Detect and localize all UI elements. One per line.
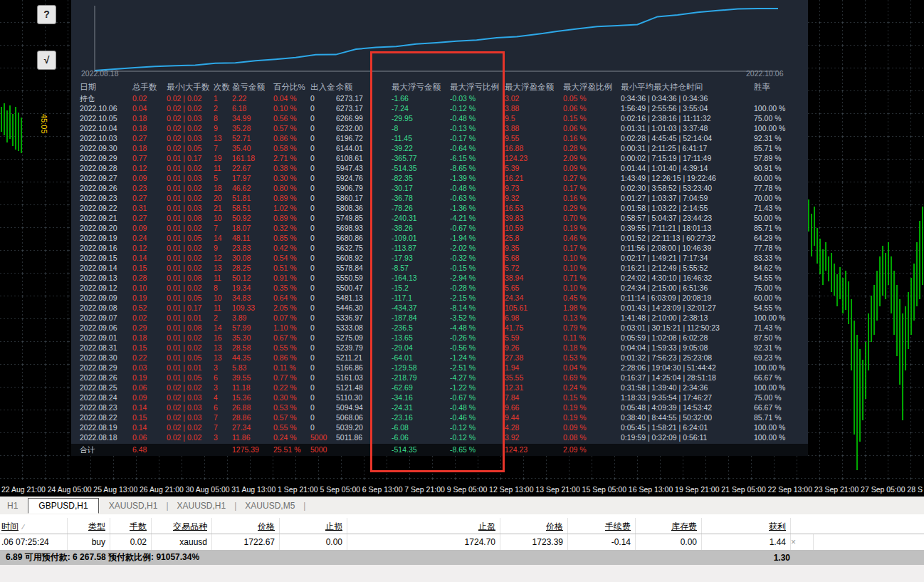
- stats-cell: 10: [214, 293, 232, 303]
- stats-cell: 5000: [310, 432, 336, 442]
- close-position-icon[interactable]: ×: [791, 534, 814, 550]
- table-row[interactable]: 2022.10.030.270.02 | 0.031352.710.86 %06…: [71, 133, 808, 143]
- stats-cell: 0.28 %: [563, 143, 621, 153]
- table-row[interactable]: 2022.09.070.020.01 | 0.0123.890.07 %0533…: [71, 313, 808, 323]
- table-row[interactable]: 2022.09.280.120.01 | 0.021122.670.38 %05…: [71, 163, 808, 173]
- trade-column-header[interactable]: 手数: [110, 518, 152, 534]
- stats-cell: 16.21: [505, 173, 563, 183]
- stats-cell: 0:01:44 | 1:01:40 | 4:39:14: [621, 163, 754, 173]
- check-button[interactable]: √: [37, 51, 56, 70]
- stats-cell: 0.71 %: [563, 273, 621, 283]
- trade-column-header[interactable]: 价格: [500, 518, 568, 534]
- stats-cell: 5680.86: [336, 233, 392, 243]
- table-row[interactable]: 2022.09.090.190.01 | 0.051034.830.64 %05…: [71, 293, 808, 303]
- stats-cell: 0: [310, 113, 336, 123]
- table-row[interactable]: 2022.08.300.220.01 | 0.051344.350.86 %05…: [71, 353, 808, 363]
- stats-cell: 0.27 %: [563, 173, 621, 183]
- table-row[interactable]: 2022.08.310.150.01 | 0.021328.580.55 %05…: [71, 343, 808, 353]
- table-row[interactable]: 2022.09.130.280.01 | 0.081150.120.91 %05…: [71, 273, 808, 283]
- stats-cell: 5947.43: [336, 163, 392, 173]
- table-row[interactable]: 2022.08.250.060.02 | 0.02311.180.22 %051…: [71, 383, 808, 393]
- stats-cell: -2.51 %: [450, 363, 505, 373]
- stats-cell: 1275.39: [232, 444, 273, 456]
- table-row[interactable]: 2022.09.270.090.01 | 0.03517.970.30 %059…: [71, 173, 808, 183]
- trade-column-header[interactable]: 获利: [702, 518, 791, 534]
- chart-tab-h1[interactable]: H1: [0, 499, 25, 513]
- stats-cell: 0: [310, 283, 336, 293]
- trade-column-header[interactable]: 库存费: [636, 518, 702, 534]
- table-row[interactable]: 2022.10.050.180.02 | 0.03834.990.56 %062…: [71, 113, 808, 123]
- table-row[interactable]: 2022.09.220.310.01 | 0.032158.511.02 %05…: [71, 203, 808, 213]
- table-row[interactable]: 2022.09.150.140.01 | 0.021230.080.54 %05…: [71, 253, 808, 263]
- stats-cell: -2.02 %: [450, 243, 505, 253]
- total-profit: 1.30: [755, 553, 790, 563]
- stats-cell: 16.88: [505, 143, 563, 153]
- stats-cell: 57.89 %: [754, 153, 802, 163]
- table-row[interactable]: 2022.08.240.090.02 | 0.03415.360.30 %051…: [71, 393, 808, 402]
- table-row[interactable]: 2022.09.300.180.02 | 0.05735.400.58 %061…: [71, 143, 808, 153]
- stats-cell: 0.10 %: [273, 103, 310, 113]
- trade-cell: 1.44: [702, 534, 791, 550]
- table-row[interactable]: 2022.09.200.090.01 | 0.02718.070.32 %056…: [71, 223, 808, 233]
- table-row[interactable]: 2022.09.060.290.01 | 0.081457.991.10 %05…: [71, 323, 808, 333]
- table-row[interactable]: 2022.10.060.040.02 | 0.0226.180.10 %0627…: [71, 103, 808, 113]
- table-row[interactable]: 2022.08.260.190.01 | 0.05639.550.77 %051…: [71, 373, 808, 383]
- trade-column-header[interactable]: 价格: [212, 518, 280, 534]
- table-row[interactable]: 2022.10.040.180.02 | 0.02935.280.57 %062…: [71, 123, 808, 133]
- stats-cell: 14: [214, 323, 232, 333]
- stats-cell: 0.02 | 0.03: [167, 402, 214, 412]
- table-row[interactable]: 2022.09.010.180.01 | 0.021635.300.67 %05…: [71, 333, 808, 343]
- trade-column-header[interactable]: 手续费: [568, 518, 636, 534]
- table-row[interactable]: 2022.08.220.150.02 | 0.03728.860.57 %050…: [71, 412, 808, 422]
- table-row[interactable]: 2022.09.260.230.01 | 0.021846.620.80 %05…: [71, 183, 808, 193]
- stats-column-header: 最小平均最大持仓时间: [621, 81, 754, 93]
- stats-cell: 0.01 | 0.02: [167, 243, 214, 253]
- chart-tab-xauusd-m5[interactable]: XAUUSD,M5: [238, 499, 302, 513]
- stats-cell: -0.46 %: [450, 412, 505, 422]
- table-row[interactable]: 2022.09.120.100.01 | 0.02819.340.35 %055…: [71, 283, 808, 293]
- stats-cell: 0.16 %: [563, 133, 621, 143]
- stats-cell: 0.30 %: [273, 173, 310, 183]
- trade-column-header[interactable]: 止损: [280, 518, 347, 534]
- stats-cell: -113.87: [392, 243, 450, 253]
- trade-table-row[interactable]: .06 07:25:24buy0.02xauusd1722.670.001724…: [0, 534, 924, 550]
- stats-cell: 0:05:48 | 4:09:39 | 14:53:42: [621, 402, 754, 412]
- table-row[interactable]: 2022.09.080.520.01 | 0.1711109.332.05 %0…: [71, 303, 808, 313]
- chart-tab-xauusd-h1[interactable]: XAUUSD,H1: [170, 499, 233, 513]
- stats-cell: 0: [310, 383, 336, 393]
- stats-cell: 2022.09.27: [80, 173, 132, 183]
- stats-cell: 11.86: [232, 432, 273, 442]
- table-row[interactable]: 2022.09.190.240.01 | 0.051448.110.85 %05…: [71, 233, 808, 243]
- stats-cell: 7: [214, 143, 232, 153]
- stats-cell: 0.27: [132, 133, 167, 143]
- stats-cell: 0: [310, 293, 336, 303]
- table-row[interactable]: 2022.08.290.030.01 | 0.0135.830.11 %0516…: [71, 363, 808, 373]
- table-row[interactable]: 2022.09.290.770.01 | 0.1719161.182.71 %0…: [71, 153, 808, 163]
- stats-cell: 2022.09.30: [80, 143, 132, 153]
- trade-column-header[interactable]: 止盈: [347, 518, 500, 534]
- bottom-filler: [0, 565, 924, 582]
- trade-column-header[interactable]: 类型: [68, 518, 110, 534]
- trade-column-header[interactable]: 交易品种: [152, 518, 212, 534]
- table-row[interactable]: 持仓0.020.02 | 0.0212.220.04 %06273.17-1.6…: [71, 93, 808, 103]
- table-row[interactable]: 2022.09.160.120.01 | 0.02923.830.42 %056…: [71, 243, 808, 253]
- chart-tab-gbpusd-h1[interactable]: GBPUSD,H1: [28, 498, 98, 514]
- table-row[interactable]: 2022.09.230.270.01 | 0.022051.810.89 %05…: [71, 193, 808, 203]
- stats-cell: -0.63 %: [450, 193, 505, 203]
- stats-cell: 0.10: [132, 283, 167, 293]
- table-row[interactable]: 2022.08.190.140.02 | 0.02727.340.55 %050…: [71, 422, 808, 432]
- stats-table-body: 持仓0.020.02 | 0.0212.220.04 %06273.17-1.6…: [71, 93, 808, 442]
- chart-tab-xauusd-h1[interactable]: XAUUSD,H1: [102, 499, 165, 513]
- table-row[interactable]: 2022.08.180.060.02 | 0.02311.860.24 %500…: [71, 432, 808, 442]
- stats-cell: 34.83: [232, 293, 273, 303]
- trade-column-header[interactable]: 时间∕: [0, 518, 68, 534]
- trade-cell: -0.14: [568, 534, 636, 550]
- stats-cell: 9.73: [505, 183, 563, 193]
- stats-cell: 6: [214, 373, 232, 383]
- stats-cell: 2.09 %: [563, 153, 621, 163]
- chart-tabs-bar: H1GBPUSD,H1XAUUSD,H1|XAUUSD,H1|XAUUSD,M5…: [0, 497, 924, 514]
- table-row[interactable]: 2022.09.210.270.01 | 0.081050.920.89 %05…: [71, 213, 808, 223]
- help-button[interactable]: ?: [37, 5, 56, 24]
- table-row[interactable]: 2022.09.140.150.01 | 0.021328.250.51 %05…: [71, 263, 808, 273]
- table-row[interactable]: 2022.08.230.140.02 | 0.03626.880.53 %050…: [71, 402, 808, 412]
